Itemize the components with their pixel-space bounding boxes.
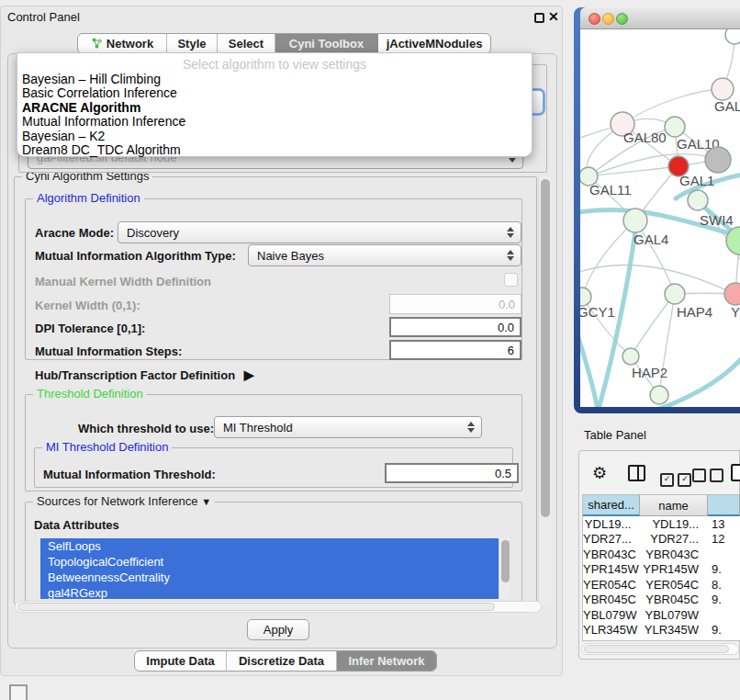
column-header-shared[interactable]: shared... bbox=[583, 495, 640, 516]
algorithm-option-bayesian-k2[interactable]: Bayesian – K2 bbox=[17, 130, 532, 143]
table-panel-title: Table Panel bbox=[584, 428, 646, 442]
unchecked-box-icon bbox=[710, 469, 723, 482]
chevron-updown-icon bbox=[507, 227, 514, 238]
table-cell: YDL19... bbox=[583, 517, 640, 531]
attributes-scrollbar[interactable] bbox=[499, 538, 510, 599]
table-row[interactable]: YBR045CYBR045C9. bbox=[583, 593, 740, 608]
algorithm-option-mutual-information-inference[interactable]: Mutual Information Inference bbox=[17, 115, 532, 129]
mi-type-combo[interactable]: Naive Bayes bbox=[248, 244, 521, 266]
network-node-gcy1[interactable] bbox=[580, 288, 591, 306]
table-row[interactable]: YDL19...YDL19...13 bbox=[583, 516, 740, 532]
table-row[interactable]: YPR145WYPR145W9. bbox=[583, 562, 740, 578]
table-cell: YBL079W bbox=[583, 608, 640, 622]
dpi-tolerance-field[interactable]: 0.0 bbox=[389, 317, 521, 337]
node-label-gal80: GAL80 bbox=[623, 130, 667, 145]
show-columns-icon[interactable]: ✓ ✓ bbox=[660, 469, 691, 487]
tab-style[interactable]: Style bbox=[167, 34, 218, 53]
table-hscrollbar-thumb[interactable] bbox=[584, 645, 729, 653]
attribute-item-selfloops[interactable]: SelfLoops bbox=[40, 538, 510, 554]
table-cell: 8. bbox=[708, 578, 740, 592]
data-attributes-list[interactable]: SelfLoopsTopologicalCoefficientBetweenne… bbox=[40, 538, 510, 599]
kernel-width-field[interactable]: 0.0 bbox=[389, 294, 521, 314]
aracne-mode-combo[interactable]: Discovery bbox=[118, 221, 521, 243]
zoom-traffic-icon[interactable] bbox=[616, 13, 628, 25]
float-window-icon[interactable] bbox=[534, 13, 544, 23]
network-window-titlebar[interactable] bbox=[580, 7, 740, 29]
which-threshold-combo[interactable]: MI Threshold bbox=[214, 416, 482, 438]
network-node-y[interactable] bbox=[724, 283, 740, 305]
tab-jactivemnodules[interactable]: jActiveMNodules bbox=[378, 34, 490, 53]
minimized-panel-icon[interactable] bbox=[9, 684, 28, 700]
column-header-cut[interactable] bbox=[708, 495, 740, 516]
mi-threshold-field[interactable]: 0.5 bbox=[385, 463, 519, 483]
attribute-item-betweennesscentrality[interactable]: BetweennessCentrality bbox=[40, 570, 510, 585]
table-cell: 9. bbox=[708, 562, 740, 576]
mi-steps-field[interactable]: 6 bbox=[389, 340, 521, 360]
settings-hscrollbar[interactable] bbox=[15, 601, 542, 613]
aracne-mode-value: Discovery bbox=[127, 226, 179, 240]
algorithm-option-dream8-dc-tdc-algorithm[interactable]: Dream8 DC_TDC Algorithm bbox=[17, 143, 532, 157]
tab-cyni-toolbox[interactable]: Cyni Toolbox bbox=[275, 34, 378, 53]
algorithm-option-aracne-algorithm[interactable]: ARACNE Algorithm bbox=[17, 101, 532, 115]
table-cell: 9. bbox=[708, 623, 740, 637]
attributes-scrollbar-thumb[interactable] bbox=[501, 540, 510, 582]
network-node[interactable] bbox=[650, 386, 668, 404]
gear-icon[interactable]: ⚙ bbox=[592, 465, 607, 481]
tab-network[interactable]: Network bbox=[78, 34, 167, 53]
network-node[interactable] bbox=[725, 29, 740, 44]
node-label-y: Y bbox=[731, 304, 740, 320]
network-node-hap2[interactable] bbox=[622, 348, 639, 365]
settings-hscrollbar-thumb[interactable] bbox=[17, 603, 495, 611]
new-table-icon[interactable] bbox=[731, 464, 740, 481]
close-window-icon[interactable]: ✕ bbox=[548, 9, 559, 24]
manual-kernel-checkbox[interactable] bbox=[504, 273, 518, 287]
checked-box-icon: ✓ bbox=[660, 473, 674, 487]
tab-infer-network[interactable]: Infer Network bbox=[337, 651, 436, 671]
network-node-hap4[interactable] bbox=[665, 284, 685, 304]
tab-label: Impute Data bbox=[146, 654, 214, 668]
network-node-gal[interactable] bbox=[712, 78, 734, 100]
table-row[interactable]: YIL052CYIL052C9 bbox=[583, 638, 740, 641]
settings-scrollbar[interactable] bbox=[538, 176, 551, 604]
tab-discretize-data[interactable]: Discretize Data bbox=[227, 651, 337, 671]
cyni-bottom-tabs: Impute DataDiscretize DataInfer Network bbox=[134, 650, 437, 672]
algorithm-option-bayesian-hill-climbing[interactable]: Bayesian – Hill Climbing bbox=[17, 73, 532, 86]
minimize-traffic-icon[interactable] bbox=[602, 13, 614, 25]
settings-scrollbar-thumb[interactable] bbox=[541, 179, 550, 517]
close-traffic-icon[interactable] bbox=[589, 13, 600, 25]
table-header-row: shared...name bbox=[583, 495, 740, 516]
network-node-gal4[interactable] bbox=[623, 209, 647, 232]
expand-right-icon[interactable]: ▶ bbox=[244, 367, 254, 382]
network-canvas[interactable]: GALGAL80GAL10GAL1GAL11SWI4GAL4GCY1HAP4YH… bbox=[580, 29, 740, 407]
attribute-item-gal4rgexp[interactable]: gal4RGexp bbox=[40, 585, 510, 599]
tab-impute-data[interactable]: Impute Data bbox=[135, 651, 227, 671]
table-cell: 12 bbox=[708, 532, 740, 546]
hub-definition-toggle[interactable]: Hub/Transcription Factor Definition ▶ bbox=[35, 367, 254, 382]
table-row[interactable]: YBR043CYBR043C bbox=[583, 547, 740, 562]
network-node-gal10[interactable] bbox=[665, 117, 685, 137]
network-node-swi4[interactable] bbox=[688, 190, 708, 210]
table-row[interactable]: YER054CYER054C8. bbox=[583, 577, 740, 593]
table-cell: YLR345W bbox=[640, 623, 708, 637]
table-cell: YIL052C bbox=[583, 638, 640, 641]
hide-columns-icon[interactable] bbox=[692, 469, 723, 486]
algorithm-option-basic-correlation-inference[interactable]: Basic Correlation Inference bbox=[17, 86, 532, 100]
node-label-hap4: HAP4 bbox=[677, 304, 712, 320]
table-hscrollbar[interactable] bbox=[581, 643, 739, 655]
table-row[interactable]: YDR27...YDR27...12 bbox=[583, 532, 740, 548]
column-header-name[interactable]: name bbox=[640, 495, 708, 516]
apply-button[interactable]: Apply bbox=[247, 619, 309, 640]
node-label-gcy1: GCY1 bbox=[580, 304, 615, 320]
table-cell: YER054C bbox=[640, 578, 708, 592]
control-panel-title: Control Panel bbox=[7, 10, 80, 24]
table-row[interactable]: YLR345WYLR345W9. bbox=[583, 623, 740, 638]
sources-legend[interactable]: Sources for Network Inference ▼ bbox=[33, 494, 215, 508]
kernel-width-label: Kernel Width (0,1): bbox=[35, 299, 140, 312]
tab-select[interactable]: Select bbox=[218, 34, 275, 53]
table-row[interactable]: YBL079WYBL079W bbox=[583, 607, 740, 623]
attribute-item-topologicalcoefficient[interactable]: TopologicalCoefficient bbox=[40, 554, 510, 570]
network-node[interactable] bbox=[705, 147, 731, 173]
mi-threshold-legend: MI Threshold Definition bbox=[42, 440, 172, 454]
split-columns-icon[interactable] bbox=[628, 465, 645, 481]
collapse-down-icon[interactable]: ▼ bbox=[201, 496, 211, 507]
